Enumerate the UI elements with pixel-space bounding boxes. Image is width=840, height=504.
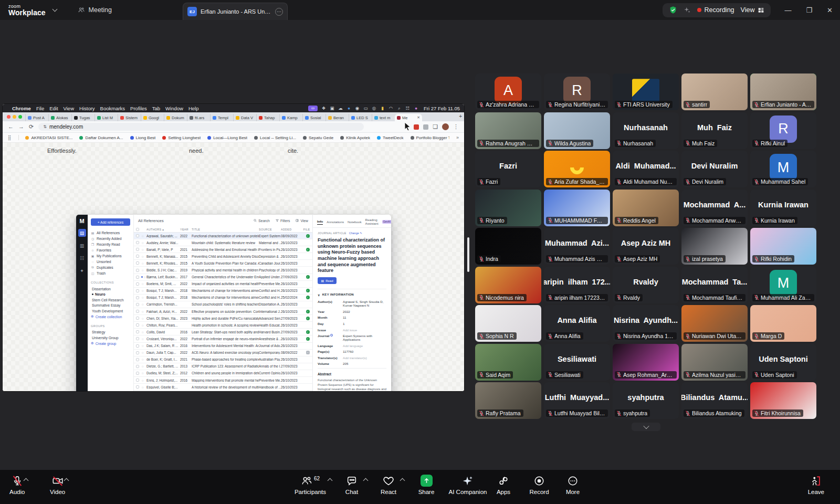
participant-tile[interactable]: Uden SaptoniUden Saptoni bbox=[750, 344, 816, 381]
record-button[interactable]: Record bbox=[523, 474, 555, 495]
row-checkbox[interactable] bbox=[136, 261, 139, 265]
favorite-star-icon[interactable]: ☆ bbox=[141, 248, 144, 251]
chat-button[interactable]: Chat bbox=[336, 474, 368, 495]
mac-menu-help[interactable]: Help bbox=[188, 106, 199, 111]
row-checkbox[interactable] bbox=[136, 241, 139, 244]
site-info-icon[interactable]: ⇅ bbox=[43, 124, 47, 129]
row-checkbox[interactable] bbox=[136, 282, 139, 286]
browser-tab[interactable]: ftl.ars bbox=[187, 114, 210, 121]
participant-tile[interactable]: Sophia N R bbox=[475, 305, 541, 342]
audio-options-chevron[interactable] bbox=[24, 478, 29, 484]
tab-close-icon[interactable]: ✕ bbox=[417, 116, 420, 120]
table-row[interactable]: ☆Bennett, K; Manass...2015Preventing Chi… bbox=[134, 253, 312, 260]
favorite-star-icon[interactable]: ☆ bbox=[141, 289, 144, 292]
meet-icon[interactable]: ◉ bbox=[355, 106, 360, 111]
keyboard-icon[interactable]: ▭ bbox=[363, 106, 368, 111]
row-checkbox[interactable] bbox=[136, 385, 139, 388]
camera-icon[interactable]: ◎ bbox=[372, 106, 376, 111]
favorite-star-icon[interactable]: ☆ bbox=[141, 385, 144, 389]
file-available-icon[interactable]: ✓ bbox=[306, 289, 310, 292]
view-button[interactable]: View bbox=[741, 6, 765, 14]
table-row[interactable]: ☆Banati, P; Idele, P2021Addressing the M… bbox=[134, 246, 312, 253]
file-available-icon[interactable]: ✓ bbox=[306, 310, 310, 313]
row-checkbox[interactable] bbox=[136, 365, 139, 368]
participant-tile[interactable]: Mochammad A...Mochammad Anwar ... bbox=[681, 190, 748, 226]
row-checkbox[interactable] bbox=[136, 344, 139, 348]
favorite-star-icon[interactable]: ☆ bbox=[141, 358, 144, 361]
participant-tile[interactable]: RRegina Nurfitriyani A... bbox=[544, 74, 610, 110]
favorite-star-icon[interactable]: ☆ bbox=[141, 255, 144, 258]
sidebar-item-recently-added[interactable]: ◷Recently Added bbox=[91, 236, 130, 242]
read-button[interactable]: ▤ Read bbox=[318, 277, 337, 284]
file-available-icon[interactable]: ✓ bbox=[306, 275, 310, 279]
participant-tile[interactable]: MMuhammad Ali Zafar ... bbox=[750, 267, 816, 303]
drive-icon[interactable]: ● bbox=[346, 106, 351, 111]
field-value[interactable]: Add issue bbox=[343, 328, 357, 332]
favorite-star-icon[interactable]: ☆ bbox=[143, 275, 146, 279]
row-checkbox[interactable] bbox=[136, 358, 139, 361]
tab-meeting[interactable]: Meeting bbox=[78, 6, 112, 14]
browser-tab[interactable]: Tugas bbox=[71, 114, 94, 121]
favorite-star-icon[interactable]: ☆ bbox=[141, 323, 144, 327]
minimize-button[interactable]: — bbox=[784, 6, 791, 14]
table-row[interactable]: ☆Fakhari, A; Azizi, H...2022Effective pr… bbox=[134, 308, 312, 315]
mac-menu-history[interactable]: History bbox=[79, 106, 95, 111]
share-button[interactable]: Share bbox=[411, 474, 442, 495]
sidebar-item-trash[interactable]: ◫Trash bbox=[91, 270, 130, 276]
browser-tab[interactable]: Dokum bbox=[164, 114, 187, 121]
bookmark-item[interactable]: Local---Liong Best bbox=[207, 135, 247, 140]
participant-tile[interactable]: santirr bbox=[681, 74, 748, 110]
browser-tab-active[interactable]: Me✕ bbox=[395, 114, 422, 121]
notebook-icon[interactable]: ▥ bbox=[78, 242, 86, 249]
battery-icon[interactable]: ▮ bbox=[380, 106, 385, 111]
assistant-sparkle-icon[interactable]: ✦ bbox=[78, 267, 86, 275]
account-icon[interactable]: ● bbox=[414, 106, 418, 111]
participant-tile[interactable]: Rafly Pratama bbox=[475, 382, 541, 419]
search-icon[interactable]: ⌕ bbox=[397, 106, 402, 111]
workspace-chevron-down-icon[interactable] bbox=[52, 6, 57, 12]
sidebar-item-my-publications[interactable]: ▣My Publications bbox=[91, 253, 130, 259]
sidebar-item-favorites[interactable]: ☆Favorites bbox=[91, 247, 130, 253]
browser-tab[interactable]: Post A bbox=[25, 114, 48, 121]
table-row[interactable]: ☆de Boer, K; Gnatt, I...2021Phase-based … bbox=[134, 356, 312, 363]
select-all-checkbox[interactable] bbox=[136, 228, 139, 231]
leave-button[interactable]: Leave bbox=[808, 474, 824, 495]
group-item-strategy[interactable]: Strategy bbox=[91, 330, 130, 335]
address-bar[interactable]: ⇅ mendeley.com bbox=[38, 123, 364, 131]
favorite-star-icon[interactable]: ☆ bbox=[141, 337, 144, 341]
participant-tile[interactable]: Asep Aziz MHAsep Aziz MH bbox=[613, 228, 679, 265]
filters-button[interactable]: Filters bbox=[276, 219, 290, 223]
participant-tile[interactable]: Muh FaizMuh Faiz bbox=[681, 112, 748, 149]
column-header-year[interactable]: YEAR bbox=[180, 228, 192, 231]
maximize-traffic-light[interactable] bbox=[18, 115, 22, 119]
row-checkbox[interactable] bbox=[136, 330, 139, 333]
tab-reading-assistant[interactable]: Reading Assistant bbox=[365, 218, 379, 225]
audio-button[interactable]: Audio bbox=[9, 474, 25, 495]
participant-tile[interactable]: Anna AlifiaAnna Alifia bbox=[544, 305, 610, 342]
dropbox-icon[interactable]: ❖ bbox=[321, 106, 326, 111]
close-traffic-light[interactable] bbox=[7, 115, 10, 119]
participant-tile[interactable]: SesiliawatiSesiliawati bbox=[544, 344, 610, 381]
key-information-header[interactable]: ∨ KEY INFORMATION bbox=[318, 289, 386, 297]
participant-tile[interactable]: FazriFazri bbox=[475, 151, 541, 187]
bookmark-item[interactable]: AKREDITASI SISTE... bbox=[25, 135, 72, 140]
participant-tile[interactable]: MUHAMMMAD FAH... bbox=[544, 190, 610, 226]
row-checkbox[interactable] bbox=[136, 351, 139, 354]
mac-menu-profiles[interactable]: Profiles bbox=[130, 106, 147, 111]
browser-tab[interactable]: Alokas bbox=[48, 114, 71, 121]
bookmark-item[interactable]: Daftar Dokumen A... bbox=[79, 135, 123, 140]
column-header-file[interactable]: FILE bbox=[303, 228, 312, 231]
favorite-star-icon[interactable]: ☆ bbox=[141, 364, 144, 368]
participant-tile[interactable]: Devi NuralimDevi Nuralim bbox=[681, 151, 748, 187]
mac-menu-chrome[interactable]: Chrome bbox=[12, 106, 31, 111]
participant-tile[interactable]: Said Aqim bbox=[475, 344, 541, 381]
apps-grid-icon[interactable]: ⣿ bbox=[8, 135, 12, 140]
side-panel-icon[interactable]: ❏ bbox=[433, 124, 438, 130]
tab-notebook[interactable]: Notebook bbox=[348, 220, 362, 224]
table-row[interactable]: ☆Enns, J; Holmqvist,...2016Mapping inter… bbox=[134, 377, 312, 384]
search-button[interactable]: Search bbox=[254, 219, 270, 223]
participant-tile[interactable]: Rifki Rohidin bbox=[750, 228, 816, 265]
ai-companion-button[interactable]: AI Companion bbox=[444, 474, 491, 495]
browser-tab[interactable]: Sistem bbox=[118, 114, 141, 121]
file-available-icon[interactable]: ✓ bbox=[306, 248, 310, 251]
